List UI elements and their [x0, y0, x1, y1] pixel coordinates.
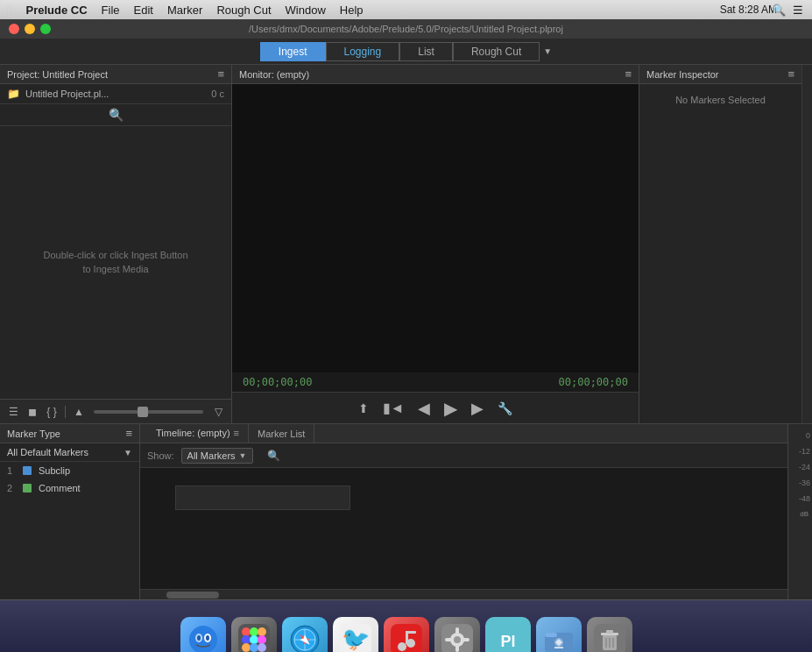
marker-type-header: Marker Type ≡ — [0, 424, 139, 443]
zoom-slider[interactable] — [94, 410, 203, 414]
marker-inspector-scrollbar[interactable] — [801, 65, 812, 423]
window-controls — [9, 24, 51, 34]
markers-dropdown[interactable]: All Markers ▼ — [181, 448, 253, 464]
file-path: /Users/dmx/Documents/Adobe/Prelude/5.0/P… — [249, 24, 563, 34]
svg-point-8 — [258, 627, 266, 636]
notification-icon[interactable]: ☰ — [793, 4, 803, 17]
file-menu[interactable]: File — [102, 4, 120, 17]
window-menu[interactable]: Window — [286, 4, 326, 17]
project-toolbar: ☰ ◼ { } ▲ ▽ — [0, 399, 231, 423]
marker-inspector-empty: No Markers Selected — [639, 84, 801, 423]
svg-rect-34 — [445, 638, 452, 641]
tab-marker-list[interactable]: Marker List — [249, 424, 314, 443]
ingest-hint: Double-click or click Ingest Button to I… — [43, 249, 187, 276]
ruler-mark-36: -36 — [799, 475, 810, 491]
marker-list-tab-label: Marker List — [258, 429, 305, 439]
markers-dropdown-icon: ▼ — [239, 451, 247, 460]
svg-point-3 — [197, 635, 201, 641]
svg-point-11 — [258, 635, 266, 644]
step-to-start-button[interactable]: ▮◄ — [383, 400, 405, 416]
window-maximize-button[interactable] — [40, 24, 51, 34]
spotlight-icon[interactable]: 🔍 — [772, 4, 786, 17]
timeline-track-area — [140, 468, 787, 589]
all-default-markers-dropdown-icon[interactable]: ▼ — [124, 448, 132, 457]
rough-cut-menu[interactable]: Rough Cut — [216, 4, 271, 17]
marker-inspector-menu-icon[interactable]: ≡ — [787, 67, 794, 81]
monitor-timecodes: 00;00;00;00 00;00;00;00 — [232, 372, 639, 392]
monitor-panel: Monitor: (empty) ≡ 00;00;00;00 00;00;00;… — [232, 65, 639, 423]
svg-point-12 — [242, 643, 251, 652]
apple-menu[interactable]:  — [7, 3, 11, 18]
timecode-end: 00;00;00;00 — [559, 376, 628, 388]
zoom-out-icon[interactable]: ▽ — [210, 405, 226, 419]
rewind-button[interactable]: ◀ — [418, 399, 430, 418]
bottom-area: Marker Type ≡ All Default Markers ▼ 1 Su… — [0, 424, 812, 599]
code-view-icon[interactable]: { } — [44, 405, 60, 419]
app-name-menu[interactable]: Prelude CC — [25, 4, 87, 17]
timeline-tab-menu-icon[interactable]: ≡ — [234, 428, 239, 438]
project-panel-menu-icon[interactable]: ≡ — [217, 67, 224, 81]
tab-ingest[interactable]: Ingest — [260, 42, 326, 61]
rough-cut-dropdown-icon[interactable]: ▼ — [543, 46, 552, 56]
all-default-markers-label: All Default Markers — [7, 447, 124, 457]
project-file-count: 0 c — [211, 89, 224, 99]
dock-icon-system-preferences[interactable] — [434, 617, 480, 653]
project-panel-header: Project: Untitled Project ≡ — [0, 65, 231, 84]
dock-icon-safari[interactable] — [282, 617, 328, 653]
dock-icon-downloads-folder[interactable] — [536, 617, 582, 653]
fast-forward-button[interactable]: ▶ — [471, 399, 484, 418]
svg-point-10 — [250, 635, 258, 644]
grid-view-icon[interactable]: ◼ — [25, 405, 40, 419]
svg-rect-39 — [545, 633, 557, 637]
edit-menu[interactable]: Edit — [134, 4, 153, 17]
settings-button[interactable]: 🔧 — [498, 401, 512, 415]
export-button[interactable]: ⬆ — [358, 401, 369, 415]
dock-icon-finder[interactable] — [180, 617, 226, 653]
window-minimize-button[interactable] — [25, 24, 35, 34]
tab-logging[interactable]: Logging — [326, 42, 400, 61]
tab-rough-cut[interactable]: Rough Cut — [453, 42, 540, 61]
svg-rect-33 — [455, 645, 459, 652]
marker-item-subclip: 1 Subclip — [0, 462, 139, 479]
svg-text:🐦: 🐦 — [342, 625, 371, 653]
svg-rect-35 — [462, 638, 470, 641]
timeline-search-icon[interactable]: 🔍 — [267, 450, 280, 462]
marker-inspector-panel: Marker Inspector ≡ No Markers Selected — [639, 65, 801, 423]
marker-color-1 — [23, 466, 32, 475]
svg-point-14 — [258, 643, 266, 652]
ruler-mark-0: 0 — [806, 428, 810, 443]
marker-item-comment: 2 Comment — [0, 479, 139, 497]
timecode-start: 00;00;00;00 — [243, 376, 312, 388]
marker-inspector-area: Marker Inspector ≡ No Markers Selected — [639, 65, 812, 423]
marker-menu[interactable]: Marker — [167, 4, 202, 17]
marker-type-menu-icon[interactable]: ≡ — [125, 427, 132, 440]
folder-icon: 📁 — [7, 88, 20, 100]
timeline-header: Timeline: (empty) ≡ Marker List — [140, 424, 787, 443]
monitor-panel-title: Monitor: (empty) — [239, 69, 309, 80]
tab-list[interactable]: List — [399, 42, 453, 61]
play-button[interactable]: ▶ — [444, 398, 457, 419]
project-panel: Project: Untitled Project ≡ 📁 Untitled P… — [0, 65, 232, 423]
search-row: 🔍 — [0, 104, 231, 126]
upload-icon[interactable]: ▲ — [71, 405, 87, 419]
tab-timeline[interactable]: Timeline: (empty) ≡ — [147, 424, 249, 443]
marker-inspector-title: Marker Inspector — [646, 69, 719, 80]
marker-color-2 — [23, 484, 32, 493]
window-close-button[interactable] — [9, 24, 19, 34]
dock-icon-launchpad[interactable] — [231, 617, 277, 653]
dock-icon-itunes[interactable] — [384, 617, 429, 653]
ruler-mark-24: -24 — [799, 459, 810, 475]
monitor-panel-menu-icon[interactable]: ≡ — [625, 67, 632, 81]
dock-icon-prelude[interactable]: Pl — [485, 617, 531, 653]
list-view-icon[interactable]: ☰ — [5, 405, 21, 419]
timeline-block — [175, 485, 350, 510]
dock-icon-mail[interactable]: 🐦 — [333, 617, 378, 653]
timeline-panel: Timeline: (empty) ≡ Marker List Show: Al… — [140, 424, 787, 599]
timeline-scrollbar[interactable] — [140, 589, 787, 599]
help-menu[interactable]: Help — [340, 4, 364, 17]
monitor-content — [232, 84, 639, 372]
menu-bar:  Prelude CC File Edit Marker Rough Cut … — [0, 0, 812, 19]
svg-text:Pl: Pl — [500, 633, 515, 650]
svg-point-6 — [242, 627, 251, 636]
dock-icon-trash[interactable] — [587, 617, 632, 653]
